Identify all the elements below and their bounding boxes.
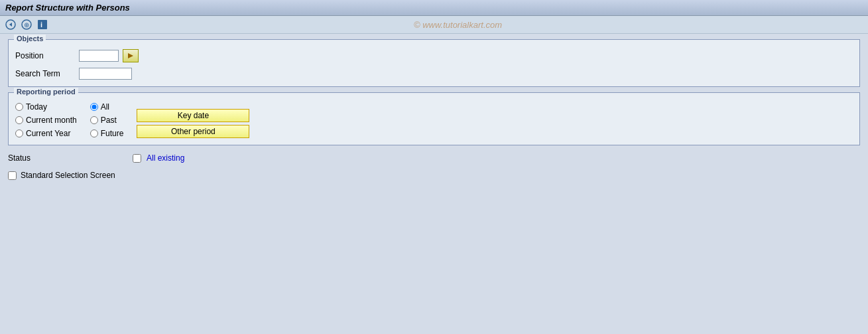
standard-selection-checkbox[interactable] [8, 171, 17, 180]
radio-all-input[interactable] [90, 103, 98, 111]
radio-past-input[interactable] [90, 116, 98, 124]
position-nav-button[interactable] [123, 49, 139, 62]
status-checkbox[interactable] [133, 154, 141, 163]
radio-current-month-label: Current month [26, 116, 77, 125]
radio-future: Future [90, 129, 124, 138]
radio-today: Today [15, 102, 77, 112]
other-period-button[interactable]: Other period [137, 125, 249, 138]
radio-current-month: Current month [15, 116, 77, 125]
key-date-button[interactable]: Key date [137, 109, 249, 122]
radio-current-year-input[interactable] [15, 129, 23, 137]
position-input[interactable] [79, 50, 119, 62]
radio-past-label: Past [101, 116, 117, 125]
reporting-period-title: Reporting period [14, 88, 78, 96]
search-term-label: Search Term [15, 69, 75, 78]
content-area: Objects Position Search Term Reporting p… [0, 34, 868, 185]
reporting-period-group: Reporting period Today Current month Cur… [8, 92, 860, 145]
svg-marker-1 [9, 23, 12, 27]
toolbar: ⊕ i © www.tutorialkart.com [0, 16, 868, 34]
position-label: Position [15, 51, 75, 60]
save-icon[interactable]: ⊕ [20, 18, 33, 31]
title-bar: Report Structure with Persons [0, 0, 868, 16]
objects-group-title: Objects [14, 35, 46, 42]
search-term-input[interactable] [79, 68, 132, 80]
radio-all-label: All [101, 102, 109, 112]
position-row: Position [15, 49, 853, 62]
standard-selection-row: Standard Selection Screen [8, 171, 860, 180]
back-icon[interactable] [4, 18, 17, 31]
reporting-inner: Today Current month Current Year All [15, 102, 853, 138]
status-text: All existing [147, 153, 184, 163]
radio-future-label: Future [101, 129, 124, 138]
period-buttons: Key date Other period [137, 109, 249, 138]
info-icon[interactable]: i [36, 18, 49, 31]
radio-column-left: Today Current month Current Year [15, 102, 77, 138]
status-label: Status [8, 153, 127, 163]
radio-today-label: Today [26, 102, 47, 112]
svg-text:⊕: ⊕ [24, 21, 29, 29]
svg-marker-6 [128, 53, 133, 58]
radio-future-input[interactable] [90, 129, 98, 137]
radio-current-month-input[interactable] [15, 116, 23, 124]
watermark: © www.tutorialkart.com [52, 20, 864, 30]
svg-text:i: i [40, 21, 42, 29]
objects-group: Objects Position Search Term [8, 39, 860, 87]
search-term-row: Search Term [15, 68, 853, 80]
radio-current-year: Current Year [15, 129, 77, 138]
radio-today-input[interactable] [15, 103, 23, 111]
radio-column-right: All Past Future [90, 102, 124, 138]
status-row: Status All existing [8, 151, 860, 165]
radio-all: All [90, 102, 124, 112]
radio-current-year-label: Current Year [26, 129, 70, 138]
radio-past: Past [90, 116, 124, 125]
standard-selection-label: Standard Selection Screen [21, 171, 115, 180]
page-title: Report Structure with Persons [5, 3, 130, 13]
